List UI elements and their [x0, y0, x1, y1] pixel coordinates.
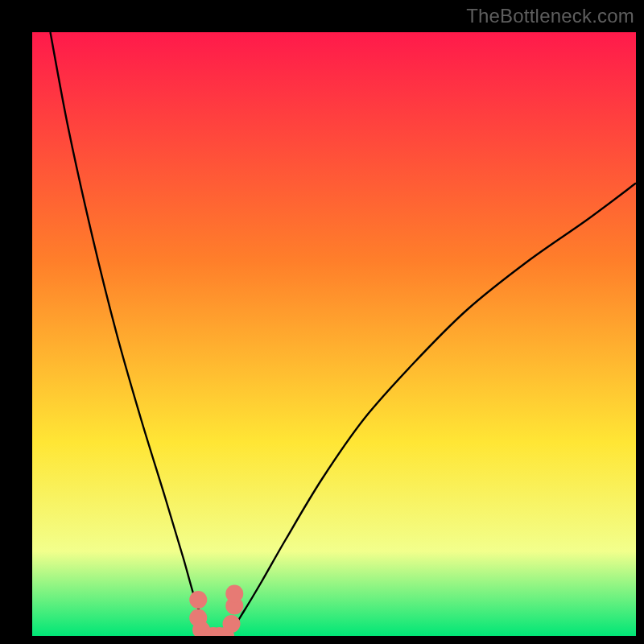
chart-frame: TheBottleneck.com: [0, 0, 644, 644]
watermark-text: TheBottleneck.com: [466, 5, 634, 27]
bottleneck-chart: [32, 32, 636, 636]
marker-dot: [225, 585, 243, 603]
marker-dot: [189, 591, 207, 609]
marker-dot: [223, 615, 241, 633]
gradient-background: [32, 32, 636, 636]
